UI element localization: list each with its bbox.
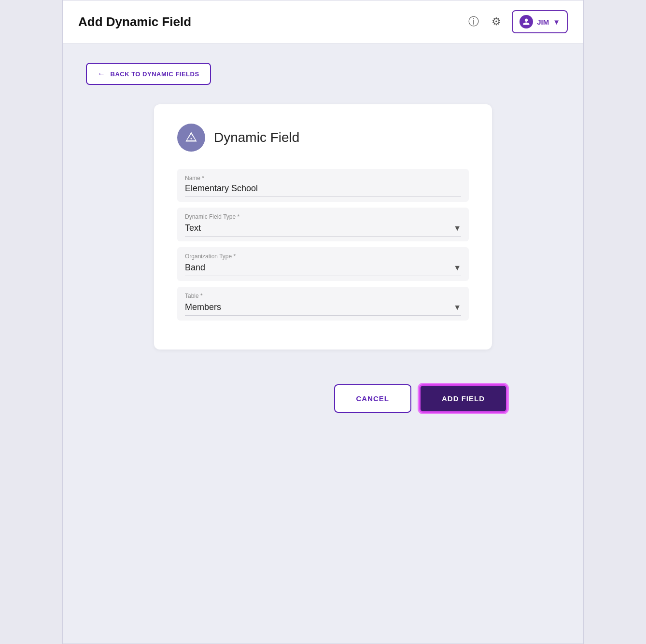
form-icon: [177, 124, 205, 152]
table-field-label: Table *: [185, 293, 461, 299]
form-title: Dynamic Field: [214, 130, 299, 145]
page-title: Add Dynamic Field: [78, 14, 191, 29]
form-card: Dynamic Field Name * Dynamic Field Type …: [154, 104, 492, 350]
organization-type-divider: [185, 276, 461, 276]
back-button-label: BACK TO DYNAMIC FIELDS: [111, 70, 199, 78]
table-dropdown-arrow: ▼: [453, 303, 461, 312]
settings-button[interactable]: ⚙: [490, 14, 503, 30]
table-field-group[interactable]: Table * Members ▼: [177, 287, 469, 321]
table-field-divider: [185, 315, 461, 316]
dynamic-field-type-select-row[interactable]: Text ▼: [185, 222, 461, 233]
dynamic-field-type-dropdown-arrow: ▼: [453, 224, 461, 233]
organization-type-group[interactable]: Organization Type * Band ▼: [177, 247, 469, 281]
user-menu-button[interactable]: JIM ▼: [512, 10, 568, 33]
user-name-label: JIM: [537, 18, 549, 26]
back-to-dynamic-fields-button[interactable]: ← BACK TO DYNAMIC FIELDS: [86, 63, 211, 85]
table-value: Members: [185, 302, 221, 312]
organization-type-label: Organization Type *: [185, 253, 461, 260]
organization-type-value: Band: [185, 263, 205, 273]
name-field-divider: [185, 196, 461, 197]
user-avatar: [520, 15, 533, 28]
dynamic-field-type-label: Dynamic Field Type *: [185, 213, 461, 220]
form-header: Dynamic Field: [177, 124, 469, 152]
dynamic-field-type-value: Text: [185, 223, 201, 233]
main-content: ← BACK TO DYNAMIC FIELDS Dynamic Field N…: [63, 43, 583, 369]
organization-type-dropdown-arrow: ▼: [453, 264, 461, 272]
add-field-button[interactable]: ADD FIELD: [419, 384, 507, 413]
organization-type-select-row[interactable]: Band ▼: [185, 262, 461, 273]
chevron-down-icon: ▼: [553, 18, 560, 26]
table-select-row[interactable]: Members ▼: [185, 301, 461, 312]
header-right: ⓘ ⚙ JIM ▼: [466, 10, 568, 33]
name-input[interactable]: [185, 183, 461, 194]
name-field-label: Name *: [185, 175, 461, 182]
arrow-left-icon: ←: [98, 70, 106, 78]
name-field-group: Name *: [177, 169, 469, 202]
svg-point-0: [191, 138, 192, 140]
dynamic-field-type-divider: [185, 236, 461, 237]
header: Add Dynamic Field ⓘ ⚙ JIM ▼: [63, 0, 583, 43]
cancel-button[interactable]: CANCEL: [334, 384, 412, 413]
help-icon: ⓘ: [468, 15, 479, 28]
gear-icon: ⚙: [492, 15, 501, 28]
help-button[interactable]: ⓘ: [466, 13, 481, 31]
app-container: Add Dynamic Field ⓘ ⚙ JIM ▼ ← B: [62, 0, 584, 644]
footer-actions: CANCEL ADD FIELD: [115, 369, 531, 436]
dynamic-field-type-group[interactable]: Dynamic Field Type * Text ▼: [177, 208, 469, 241]
